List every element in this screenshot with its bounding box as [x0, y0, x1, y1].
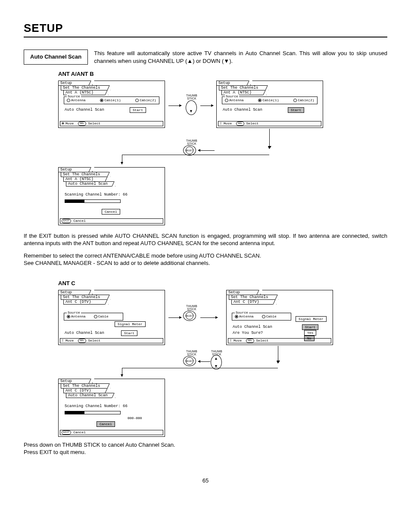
sel-cap-c2: SEL: [246, 339, 254, 343]
progress-bar: [65, 199, 121, 203]
body-p4: Press down on THUMB STICK to cancel Auto…: [24, 442, 387, 449]
move-arrows-icon: ✥: [62, 121, 64, 126]
scanning-text: Scanning Channel Number: 66: [65, 193, 128, 197]
status-move-c2: Move: [234, 339, 242, 342]
radio-antenna-2[interactable]: [225, 99, 228, 102]
source-fieldset-c1: Source Antenna Cable: [64, 313, 123, 320]
auto-scan-c2: Auto Channel Scan: [233, 325, 272, 329]
arrow-right-1: [168, 106, 181, 106]
source-fieldset-2: Source Antenna Cable(1) Cable(2): [222, 96, 318, 104]
arrow-right-2: [200, 106, 213, 106]
opt-antenna-c2: Antenna: [239, 314, 254, 318]
select-button-icon: SELECT: [186, 146, 193, 154]
source-label-c1: Source: [67, 311, 81, 314]
updown-icon: ↕: [220, 121, 222, 126]
statusbar-2: ↕Move SEL Select: [218, 121, 321, 126]
section-a-label: ANT A/ANT B: [58, 71, 387, 77]
updown-icon-c1: ↕: [62, 338, 64, 343]
sel-cap-c1: SEL: [78, 339, 86, 343]
down-triangle-icon: ▼: [224, 57, 229, 65]
status-move-c1: Move: [65, 339, 74, 342]
arrow-left-2: [198, 150, 215, 151]
status-cancel: Cancel: [73, 219, 86, 223]
sure-text: Are You Sure?: [233, 331, 263, 335]
radio-cable2[interactable]: [135, 99, 139, 102]
auto-scan-text-2: Auto Channel Scan: [223, 108, 262, 112]
radio-cable-c1[interactable]: [94, 315, 97, 318]
select-icon-c1: SELECT: [186, 312, 193, 320]
body-p2: Remember to select the correct ANTENNA/C…: [24, 252, 387, 260]
cancel-button-c[interactable]: Cancel: [97, 421, 115, 427]
opt-cable1: Cable(1): [104, 98, 121, 102]
start-button-hl[interactable]: Start: [288, 107, 304, 113]
up-arrow-icon-c: ▲: [214, 356, 218, 361]
arrow-left-c: [198, 361, 210, 362]
feature-desc-b: ) or DOWN (: [193, 58, 224, 64]
down-arrow-icon-c: ▼: [214, 364, 218, 368]
start-button[interactable]: Start: [130, 107, 146, 113]
page-number: 65: [24, 477, 387, 484]
updown-icon-c2: ↕: [230, 338, 232, 343]
down-arrow-icon: ▼: [189, 109, 193, 113]
opt-antenna-2: Antenna: [229, 98, 244, 102]
arrow-right-c2: [200, 317, 218, 318]
tab-ant-c-c1: Ant C (DTV): [63, 299, 109, 305]
scanning-c3: Scanning Channel Number: 66: [65, 404, 128, 408]
signal-meter-button[interactable]: Signal Meter: [115, 321, 146, 327]
radio-antenna-c2[interactable]: [235, 315, 238, 318]
opt-cable2-2: Cable(2): [298, 98, 314, 102]
yes-button[interactable]: Yes: [304, 330, 316, 336]
radio-cable-c2[interactable]: [262, 315, 265, 318]
opt-cable-c2: Cable: [266, 314, 277, 318]
opt-cable2: Cable(2): [140, 98, 156, 102]
menu-c3: Setup Set The Channels Ant C (DTV) Auto …: [58, 379, 165, 437]
radio-cable1-2[interactable]: [258, 99, 262, 102]
arrow-down-c2: [122, 368, 122, 376]
up-triangle-icon: ▲: [187, 57, 193, 65]
auto-scan-text: Auto Channel Scan: [65, 108, 104, 112]
statusbar-move-select: ✥Move SEL Select: [60, 121, 163, 126]
start-button-c1[interactable]: Start: [121, 330, 137, 336]
opt-antenna: Antenna: [71, 98, 86, 102]
status-move-2: Move: [224, 121, 232, 125]
menu-setup-1: Setup Set The Channels Ant A (NTSC) Sour…: [58, 81, 165, 128]
body-p5: Press EXIT to quit menu.: [24, 449, 387, 456]
feature-desc-c: ).: [229, 58, 233, 64]
source-label: Source: [67, 94, 81, 98]
cancel-button[interactable]: Cancel: [102, 209, 120, 215]
tab-auto-scan-c3: Auto Channel Scan: [66, 393, 115, 398]
body-p1: If the EXIT button is pressed while AUTO…: [24, 233, 387, 247]
menu-scanning: Setup Set The Channels Ant A (NTSC) Auto…: [58, 167, 165, 225]
thumb-label-c2a: THUMBSTICK: [184, 350, 199, 356]
sel-cap-icon: SEL: [78, 121, 86, 126]
feature-box-label: Auto Channel Scan: [24, 50, 88, 65]
radio-cable1[interactable]: [100, 99, 103, 102]
feature-desc-a: This feature will automatically store ac…: [94, 50, 387, 64]
progress-bar-c: [65, 411, 121, 414]
page-title: SETUP: [24, 22, 387, 37]
select-icon-c2a: SELECT: [186, 357, 193, 365]
radio-cable2-2[interactable]: [293, 99, 297, 102]
opt-antenna-c1: Antenna: [71, 314, 86, 318]
start-button-c2[interactable]: Start: [302, 324, 318, 330]
signal-meter-c2[interactable]: Signal Meter: [296, 316, 327, 322]
menu-setup-2: Setup Set The Channels Ant A (NTSC) Sour…: [216, 81, 323, 128]
body-p3: See CHANNEL MANAGER - SCAN to add or to …: [24, 260, 387, 267]
radio-antenna-c1[interactable]: [67, 315, 70, 318]
section-c-label: ANT C: [58, 280, 387, 286]
chan-id: 000-000: [128, 416, 142, 420]
arrow-right-c1: [168, 317, 181, 318]
diagram-ant-ab: Setup Set The Channels Ant A (NTSC) Sour…: [58, 79, 387, 227]
opt-cable-c1: Cable: [98, 314, 109, 318]
statusbar-c2: ↕Move SEL Select: [228, 338, 331, 343]
radio-antenna[interactable]: [67, 99, 70, 102]
statusbar-c3: EXIT Cancel: [60, 430, 163, 435]
status-move: Move: [65, 121, 74, 125]
status-select: Select: [88, 121, 100, 125]
menu-c1: Setup Set The Channels Ant C (DTV) Sourc…: [58, 290, 165, 345]
opt-cable1-2: Cable(1): [262, 98, 279, 102]
feature-description: This feature will automatically store ac…: [94, 50, 387, 65]
status-select-c1: Select: [88, 339, 100, 342]
tab-auto-scan: Auto Channel Scan: [66, 181, 115, 187]
source-label-c2: Source: [235, 311, 249, 314]
